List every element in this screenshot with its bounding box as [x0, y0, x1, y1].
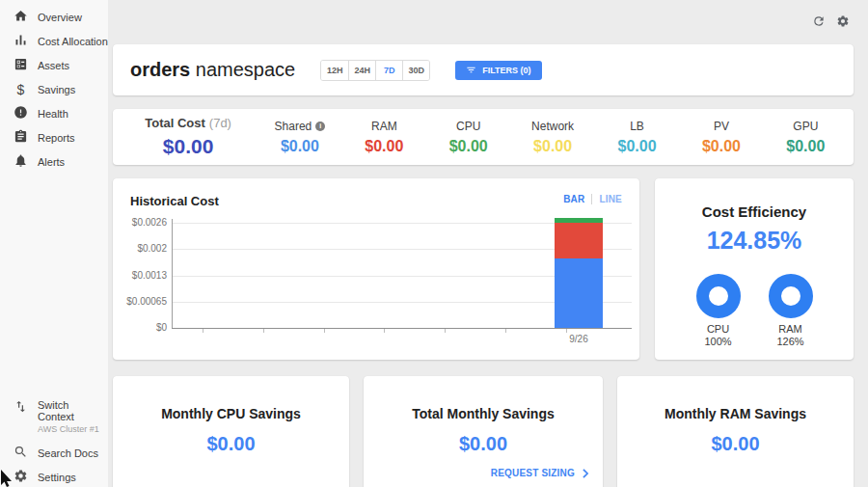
sidebar-item-health[interactable]: Health — [0, 101, 108, 125]
savings-card-title: Total Monthly Savings — [364, 406, 603, 421]
stat-value: $0.00 — [342, 138, 426, 155]
filters-button[interactable]: FILTERS (0) — [455, 61, 541, 80]
switch-context-label: Switch Context — [38, 399, 108, 422]
sidebar-item-reports[interactable]: Reports — [0, 125, 108, 149]
x-axis-tick — [384, 329, 385, 333]
page-header-card: orders namespace 12H 24H 7D 30D FILTERS … — [113, 44, 854, 95]
sidebar-nav: Overview Cost Allocation Assets $ Saving… — [0, 5, 108, 174]
stat-shared: Sharedi $0.00 — [258, 120, 341, 155]
sidebar-item-settings[interactable]: Settings — [0, 465, 108, 487]
stat-network: Network $0.00 — [510, 120, 594, 155]
page-title: orders namespace — [130, 59, 295, 81]
range-button-30d[interactable]: 30D — [402, 61, 429, 80]
range-button-12h[interactable]: 12H — [321, 61, 348, 80]
stat-label: LB — [595, 120, 679, 133]
chevron-right-icon — [582, 469, 589, 478]
bar-chart-plot: $0.0026$0.002$0.0013$0.00065$09/26 — [113, 178, 639, 360]
switch-context-icon — [14, 399, 28, 416]
stat-value: $0.00 — [258, 138, 341, 155]
bell-icon — [14, 153, 28, 170]
sidebar: Overview Cost Allocation Assets $ Saving… — [0, 0, 108, 487]
search-icon — [14, 445, 28, 461]
sidebar-item-label: Health — [38, 108, 68, 120]
stat-value: $0.00 — [426, 138, 510, 155]
info-icon[interactable]: i — [315, 122, 325, 131]
bar-segment-cpu — [555, 258, 603, 328]
stat-label: PV — [679, 120, 763, 133]
stat-gpu: GPU $0.00 — [764, 120, 848, 155]
stat-label: Total Cost(7d) — [119, 116, 258, 130]
ram-donut-ring — [769, 274, 813, 318]
sidebar-item-alerts[interactable]: Alerts — [0, 149, 108, 174]
stacked-bar — [555, 218, 603, 328]
sidebar-item-search-docs[interactable]: Search Docs — [0, 441, 108, 465]
y-axis-tick-label: $0.00065 — [113, 296, 167, 307]
stat-label: Network — [510, 120, 594, 133]
efficiency-value: 124.85% — [655, 227, 854, 255]
namespace-name: orders — [130, 59, 190, 80]
home-icon — [14, 9, 28, 25]
stat-ram: RAM $0.00 — [342, 120, 426, 155]
namespace-suffix: namespace — [190, 59, 295, 80]
health-icon — [14, 105, 28, 122]
sidebar-item-savings[interactable]: $ Savings — [0, 77, 108, 101]
stat-total-cost: Total Cost(7d) $0.00 — [119, 116, 258, 158]
ram-donut-label: RAM 126% — [762, 323, 820, 348]
y-axis-line — [172, 219, 173, 328]
x-axis-tick — [263, 329, 264, 333]
sidebar-item-assets[interactable]: Assets — [0, 53, 108, 77]
savings-card-title: Monthly RAM Savings — [617, 406, 854, 421]
stat-cpu: CPU $0.00 — [426, 120, 510, 155]
x-axis-tick-label: 9/26 — [545, 334, 612, 344]
time-range-group: 12H 24H 7D 30D — [320, 60, 430, 81]
mouse-cursor — [0, 470, 13, 487]
gear-icon — [14, 469, 28, 485]
refresh-icon[interactable] — [812, 14, 826, 28]
x-axis-tick — [445, 329, 446, 333]
savings-card-title: Monthly CPU Savings — [113, 406, 349, 421]
savings-card-value: $0.00 — [617, 433, 854, 455]
stat-window: (7d) — [209, 116, 231, 130]
stat-value: $0.00 — [764, 138, 848, 155]
cluster-name: AWS Cluster #1 — [38, 423, 108, 435]
y-axis-tick-label: $0.002 — [113, 243, 167, 254]
cpu-donut-ring — [696, 274, 741, 318]
topbar-actions — [812, 14, 850, 28]
stat-label: GPU — [764, 120, 848, 133]
ram-donut: RAM 126% — [762, 274, 820, 348]
stat-label: CPU — [426, 120, 510, 133]
stat-label: Sharedi — [258, 120, 341, 133]
savings-card-value: $0.00 — [364, 433, 603, 455]
stat-value: $0.00 — [510, 138, 594, 155]
x-axis-tick — [203, 329, 203, 333]
sidebar-item-label: Alerts — [38, 156, 65, 168]
sidebar-item-label: Savings — [38, 84, 75, 95]
cost-efficiency-card: Cost Efficiency 124.85% CPU 100% RAM 126… — [655, 178, 854, 360]
savings-card-value: $0.00 — [113, 433, 349, 455]
dollar-icon: $ — [14, 82, 28, 97]
cpu-donut-label: CPU 100% — [690, 323, 747, 348]
y-axis-tick-label: $0.0026 — [113, 217, 167, 228]
monthly-ram-savings-card: Monthly RAM Savings $0.00 — [617, 376, 854, 487]
sidebar-item-overview[interactable]: Overview — [0, 5, 108, 29]
bar-chart-icon — [14, 33, 28, 49]
settings-label: Settings — [38, 472, 76, 483]
sidebar-item-switch-context[interactable]: Switch Context AWS Cluster #1 — [0, 397, 108, 430]
x-axis-tick — [324, 329, 325, 333]
filter-icon — [466, 65, 476, 75]
sidebar-item-label: Overview — [38, 12, 82, 23]
monthly-cpu-savings-card: Monthly CPU Savings $0.00 — [113, 376, 349, 487]
range-button-7d[interactable]: 7D — [375, 61, 402, 80]
bar-segment-ram — [555, 223, 603, 258]
filters-button-label: FILTERS (0) — [482, 66, 530, 75]
x-axis-tick — [566, 329, 567, 333]
total-monthly-savings-card: Total Monthly Savings $0.00 REQUEST SIZI… — [364, 376, 603, 487]
request-sizing-link[interactable]: REQUEST SIZING — [491, 468, 589, 478]
gear-icon[interactable] — [836, 14, 850, 28]
y-axis-tick-label: $0 — [113, 322, 167, 333]
search-docs-label: Search Docs — [38, 447, 98, 459]
reports-icon — [14, 129, 28, 146]
efficiency-title: Cost Efficiency — [655, 203, 854, 220]
range-button-24h[interactable]: 24H — [348, 61, 375, 80]
sidebar-item-cost-allocation[interactable]: Cost Allocation — [0, 29, 108, 53]
